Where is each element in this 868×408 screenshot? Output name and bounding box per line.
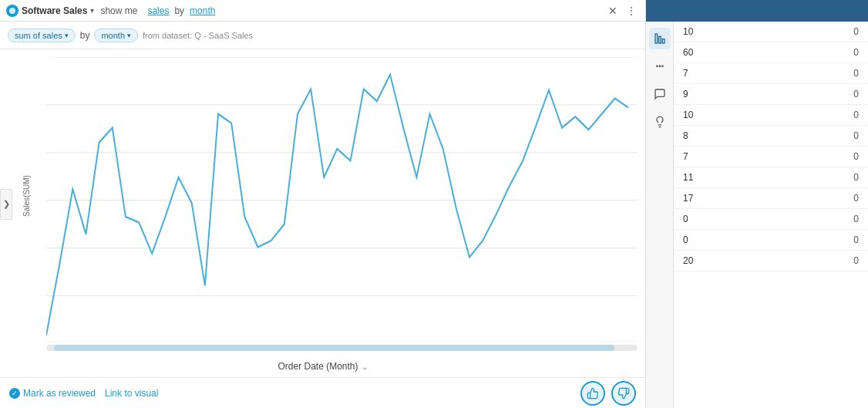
link-to-visual[interactable]: Link to visual [105,388,158,399]
close-button[interactable]: ✕ [605,3,621,19]
dataset-label: from dataset: Q - SaaS Sales [143,31,253,40]
query-prefix: show me [100,5,137,16]
bar-chart-icon-button[interactable] [649,28,671,49]
table-row: 90 [674,84,868,105]
query-dimension[interactable]: month [190,5,215,16]
thumbs-up-button[interactable] [580,381,605,406]
bottom-actions [580,381,636,406]
chart-area: Sales(SUM) $120K $100K $80K $60K $40K $2… [0,49,645,342]
table-row: 200 [674,251,868,271]
app-logo [6,5,19,17]
right-panel-table: 100600709010080701101700000200 [674,22,868,271]
right-panel-header [646,0,868,22]
x-axis-title: Order Date (Month) [278,361,358,372]
table-row: 70 [674,147,868,167]
table-row: 00 [674,230,868,251]
table-row: 170 [674,188,868,209]
x-axis-label-container: Order Date (Month) ⌄ [0,356,645,377]
check-circle-icon: ✓ [9,388,20,399]
dropdown-arrow[interactable]: ▾ [90,6,94,15]
by-label: by [80,30,90,41]
table-row: 80 [674,126,868,147]
right-panel-icons: ··· [646,22,674,408]
toolbar: sum of sales ▾ by month ▾ from dataset: … [0,22,645,49]
table-row: 600 [674,42,868,63]
table-row: 00 [674,209,868,230]
x-axis-chevron[interactable]: ⌄ [362,362,368,371]
more-button[interactable]: ⋮ [624,3,639,19]
query-metric[interactable]: sales [147,5,169,16]
comment-icon-button[interactable] [649,83,671,105]
header-bar: Software Sales ▾ show me sales by month … [0,0,645,22]
scrollbar-thumb[interactable] [54,345,614,351]
table-row: 100 [674,22,868,42]
line-chart: $120K $100K $80K $60K $40K $20K $0 Jan 2… [46,57,638,342]
chart-scrollbar[interactable] [0,342,645,356]
app-name[interactable]: Software Sales [22,5,87,16]
right-panel-body: ··· 100600709010080701101700000200 [646,22,868,408]
dimension-dropdown-arrow: ▾ [127,32,131,39]
right-panel-content: 100600709010080701101700000200 [674,22,868,408]
metric-pill[interactable]: sum of sales ▾ [8,29,76,42]
lightbulb-icon-button[interactable] [649,111,671,133]
table-row: 100 [674,105,868,126]
header-actions: ✕ ⋮ [605,3,639,19]
right-panel: ··· 100600709010080701101700000200 [646,0,868,408]
more-options-icon-button[interactable]: ··· [649,56,671,77]
collapse-panel-button[interactable]: ❯ [0,189,12,220]
thumbs-down-button[interactable] [611,381,636,406]
svg-rect-39 [655,34,658,43]
metric-dropdown-arrow: ▾ [65,32,69,39]
mark-reviewed-button[interactable]: ✓ Mark as reviewed [9,388,96,399]
table-row: 70 [674,63,868,84]
table-row: 110 [674,167,868,188]
y-axis-label: Sales(SUM) [22,175,31,217]
bottom-bar: ✓ Mark as reviewed Link to visual [0,377,645,408]
left-panel: Software Sales ▾ show me sales by month … [0,0,646,408]
dimension-pill[interactable]: month ▾ [94,29,138,42]
scrollbar-track [46,345,638,351]
svg-rect-40 [658,36,661,43]
svg-rect-41 [662,39,664,43]
svg-point-0 [9,8,15,14]
query-by: by [174,5,184,16]
